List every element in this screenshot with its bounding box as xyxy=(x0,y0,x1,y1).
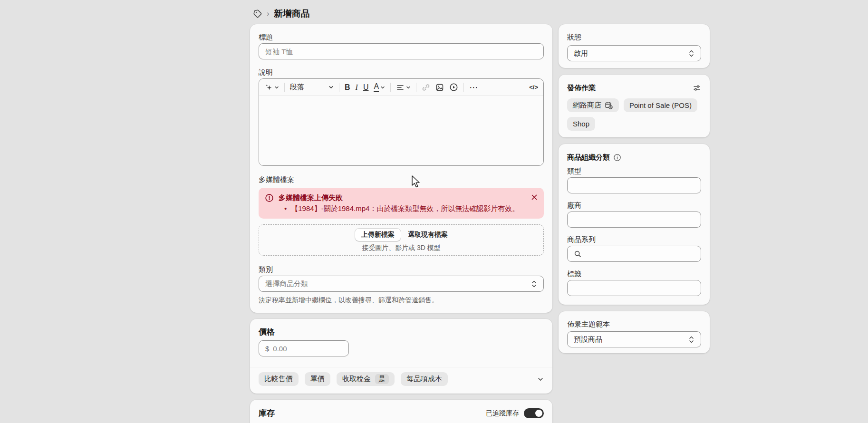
sales-channel-tags: 網路商店 Point of Sale (POS) Shop xyxy=(567,98,701,131)
compare-price-pill[interactable]: 比較售價 xyxy=(259,372,299,386)
collections-input-wrap xyxy=(567,246,701,262)
chevron-down-icon xyxy=(274,85,279,90)
upload-new-file-button[interactable]: 上傳新檔案 xyxy=(355,228,401,241)
title-input[interactable] xyxy=(265,44,537,59)
vendor-input[interactable] xyxy=(574,212,694,227)
chevron-down-icon xyxy=(406,85,411,90)
updown-stepper-icon xyxy=(531,280,537,288)
charge-tax-pill[interactable]: 收取稅金 是 xyxy=(337,372,395,386)
editor-toolbar: 段落 B I U A xyxy=(259,79,543,96)
organization-header: 商品組織分類 xyxy=(567,153,701,162)
collections-input[interactable] xyxy=(586,246,694,261)
pricing-title: 價格 xyxy=(259,327,544,337)
alignment-button[interactable] xyxy=(396,83,411,92)
cost-per-item-pill[interactable]: 每品項成本 xyxy=(401,372,448,386)
ai-assist-button[interactable] xyxy=(264,83,279,92)
status-label: 狀態 xyxy=(567,33,701,41)
channel-shop[interactable]: Shop xyxy=(567,117,595,131)
media-label: 多媒體檔案 xyxy=(259,175,544,184)
code-view-button[interactable]: </> xyxy=(529,84,538,91)
inventory-tracked-toggle[interactable] xyxy=(524,408,544,418)
media-error-banner: 多媒體檔案上傳失敗 • 【1984】-關於1984.mp4：由於檔案類型無效，所… xyxy=(259,188,544,219)
category-placeholder: 選擇商品分類 xyxy=(265,279,308,288)
toolbar-divider xyxy=(416,83,416,92)
italic-button[interactable]: I xyxy=(356,84,358,91)
vendor-input-wrap xyxy=(567,212,701,228)
collections-label: 商品系列 xyxy=(567,235,701,244)
status-select[interactable]: 啟用 xyxy=(567,45,701,61)
paragraph-style-dropdown[interactable]: 段落 xyxy=(290,83,334,92)
sliders-icon[interactable] xyxy=(693,84,701,92)
search-icon xyxy=(574,250,582,258)
theme-template-label: 佈景主題範本 xyxy=(567,320,701,328)
pricing-pills-row: 比較售價 單價 收取稅金 是 每品項成本 xyxy=(250,367,552,394)
type-input-wrap xyxy=(567,177,701,193)
inventory-track-control: 已追蹤庫存 xyxy=(486,408,544,418)
charge-tax-value: 是 xyxy=(375,374,389,384)
charge-tax-label: 收取稅金 xyxy=(342,375,371,384)
dropzone-actions: 上傳新檔案 選取現有檔案 xyxy=(355,228,448,241)
sparkles-icon xyxy=(264,83,273,92)
theme-template-select[interactable]: 預設商品 xyxy=(567,331,701,347)
tags-label: 標籤 xyxy=(567,269,701,278)
currency-prefix: $ xyxy=(265,345,269,353)
chevron-down-icon xyxy=(328,85,334,90)
description-textarea[interactable] xyxy=(259,96,543,165)
type-input[interactable] xyxy=(574,178,694,193)
theme-template-card: 佈景主題範本 預設商品 xyxy=(559,311,710,353)
price-input-wrap: $ xyxy=(259,340,349,356)
tags-input-wrap xyxy=(567,280,701,296)
chevron-down-icon[interactable] xyxy=(537,376,544,383)
image-icon xyxy=(435,83,444,92)
toggle-knob xyxy=(535,410,542,417)
calendar-clock-icon[interactable] xyxy=(605,101,613,110)
align-left-icon xyxy=(396,83,405,92)
alert-circle-icon xyxy=(265,193,274,202)
channel-pos[interactable]: Point of Sale (POS) xyxy=(624,98,697,112)
publishing-title: 發佈作業 xyxy=(567,83,596,93)
info-icon[interactable] xyxy=(613,154,621,162)
text-color-letter: A xyxy=(374,83,379,92)
media-dropzone[interactable]: 上傳新檔案 選取現有檔案 接受圖片、影片或 3D 模型 xyxy=(259,224,544,256)
dropzone-hint: 接受圖片、影片或 3D 模型 xyxy=(362,244,441,252)
category-select[interactable]: 選擇商品分類 xyxy=(259,276,544,292)
tags-input[interactable] xyxy=(574,280,694,296)
bullet: • xyxy=(284,204,287,213)
theme-template-value: 預設商品 xyxy=(574,335,602,344)
media-error-detail-row: • 【1984】-關於1984.mp4：由於檔案類型無效，所以無法確認影片有效。 xyxy=(279,204,526,213)
category-help: 決定稅率並新增中繼欄位，以改善搜尋、篩選和跨管道銷售。 xyxy=(259,296,544,304)
title-input-wrap xyxy=(259,43,544,59)
paragraph-style-label: 段落 xyxy=(290,83,304,92)
unit-price-pill[interactable]: 單價 xyxy=(305,372,330,386)
side-column: 狀態 啟用 發佈作業 網路商店 xyxy=(559,24,710,353)
price-input[interactable] xyxy=(273,341,342,356)
type-label: 類型 xyxy=(567,167,701,175)
channel-label: Shop xyxy=(573,120,589,128)
channel-online-store[interactable]: 網路商店 xyxy=(567,98,619,112)
bold-button[interactable]: B xyxy=(345,84,350,91)
link-button[interactable] xyxy=(422,83,430,92)
vendor-label: 廠商 xyxy=(567,201,701,210)
organization-card: 商品組織分類 類型 廠商 商品系列 xyxy=(559,144,710,305)
inventory-card: 庫存 已追蹤庫存 xyxy=(250,400,552,423)
media-error-content: 多媒體檔案上傳失敗 • 【1984】-關於1984.mp4：由於檔案類型無效，所… xyxy=(279,193,526,213)
updown-stepper-icon xyxy=(688,336,694,344)
channel-label: Point of Sale (POS) xyxy=(629,101,692,109)
description-label: 說明 xyxy=(259,68,544,77)
insert-video-button[interactable] xyxy=(449,83,458,92)
select-existing-button[interactable]: 選取現有檔案 xyxy=(408,231,448,239)
toolbar-divider xyxy=(390,83,391,92)
title-label: 標題 xyxy=(259,33,544,41)
updown-stepper-icon xyxy=(688,49,694,58)
tag-icon[interactable] xyxy=(253,9,262,19)
close-icon[interactable] xyxy=(531,194,538,201)
underline-button[interactable]: U xyxy=(363,84,369,91)
media-error-title: 多媒體檔案上傳失敗 xyxy=(279,193,526,202)
status-card: 狀態 啟用 xyxy=(559,24,710,68)
status-value: 啟用 xyxy=(574,49,588,58)
more-options-button[interactable]: ⋯ xyxy=(469,82,478,93)
insert-image-button[interactable] xyxy=(435,83,444,92)
product-details-card: 標題 說明 段 xyxy=(250,24,552,313)
text-color-button[interactable]: A xyxy=(374,83,385,92)
main-column: 標題 說明 段 xyxy=(250,24,552,423)
